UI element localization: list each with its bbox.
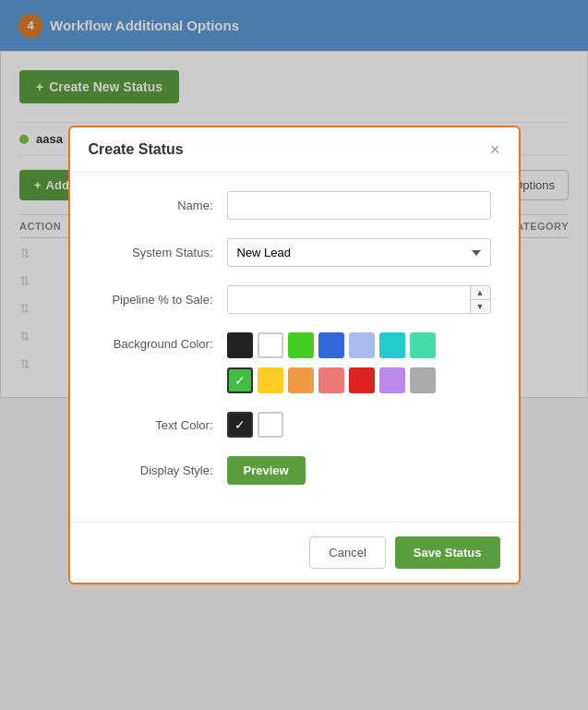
cancel-button[interactable]: Cancel xyxy=(309,536,385,569)
bg-color-swatch-4[interactable] xyxy=(349,332,375,358)
text-color-swatch-1[interactable] xyxy=(258,412,283,438)
bg-color-swatch-5[interactable] xyxy=(379,332,405,358)
display-style-control: Preview xyxy=(227,456,491,485)
display-style-form-row: Display Style: Preview xyxy=(98,456,491,485)
bg-color-form-row: Background Color: ✓ xyxy=(98,332,491,393)
preview-button[interactable]: Preview xyxy=(227,456,306,485)
bg-color-swatch-0[interactable] xyxy=(227,332,253,358)
system-status-form-row: System Status: New Lead xyxy=(98,238,491,267)
name-control xyxy=(227,191,491,220)
bg-color-swatch-11[interactable] xyxy=(349,367,375,393)
display-style-label: Display Style: xyxy=(98,463,227,477)
modal-body: Name: System Status: New Lead Pipeline %… xyxy=(70,173,519,522)
bg-color-swatch-7[interactable]: ✓ xyxy=(227,367,253,393)
bg-color-swatches: ✓ xyxy=(227,332,491,393)
modal-close-button[interactable]: × xyxy=(490,141,500,158)
text-color-swatch-0[interactable]: ✓ xyxy=(227,412,253,438)
bg-color-label: Background Color: xyxy=(98,332,227,351)
text-color-swatches: ✓ xyxy=(227,412,491,438)
bg-color-swatch-9[interactable] xyxy=(288,367,314,393)
pipeline-control: ▲ ▼ xyxy=(227,285,491,314)
modal-footer: Cancel Save Status xyxy=(70,522,519,583)
save-status-button[interactable]: Save Status xyxy=(395,536,500,569)
system-status-label: System Status: xyxy=(98,246,227,259)
bg-color-swatch-12[interactable] xyxy=(379,367,405,393)
pipeline-input-wrapper: ▲ ▼ xyxy=(227,285,491,314)
create-status-modal: Create Status × Name: System Status: New… xyxy=(68,126,521,584)
modal-overlay: Create Status × Name: System Status: New… xyxy=(0,0,588,710)
bg-color-swatch-3[interactable] xyxy=(318,332,344,358)
name-label: Name: xyxy=(98,199,227,212)
system-status-control: New Lead xyxy=(227,238,491,267)
bg-color-control: ✓ xyxy=(227,332,491,393)
pipeline-form-row: Pipeline % to Sale: ▲ ▼ xyxy=(98,285,491,314)
pipeline-input[interactable] xyxy=(228,286,470,313)
pipeline-label: Pipeline % to Sale: xyxy=(98,293,227,307)
text-color-control: ✓ xyxy=(227,412,491,438)
bg-color-swatch-2[interactable] xyxy=(288,332,314,358)
modal-title: Create Status xyxy=(89,141,184,158)
bg-color-swatch-6[interactable] xyxy=(410,332,436,358)
system-status-select[interactable]: New Lead xyxy=(227,238,491,267)
bg-color-swatch-13[interactable] xyxy=(410,367,436,393)
text-color-form-row: Text Color: ✓ xyxy=(98,412,491,438)
text-color-label: Text Color: xyxy=(98,418,227,432)
pipeline-spinners: ▲ ▼ xyxy=(470,286,490,313)
bg-color-swatch-8[interactable] xyxy=(258,367,283,393)
pipeline-spinner-down[interactable]: ▼ xyxy=(471,300,490,313)
name-input[interactable] xyxy=(227,191,491,220)
bg-color-swatch-1[interactable] xyxy=(258,332,283,358)
bg-color-swatch-10[interactable] xyxy=(318,367,344,393)
name-form-row: Name: xyxy=(98,191,491,220)
pipeline-spinner-up[interactable]: ▲ xyxy=(471,286,490,300)
modal-header: Create Status × xyxy=(70,127,519,173)
